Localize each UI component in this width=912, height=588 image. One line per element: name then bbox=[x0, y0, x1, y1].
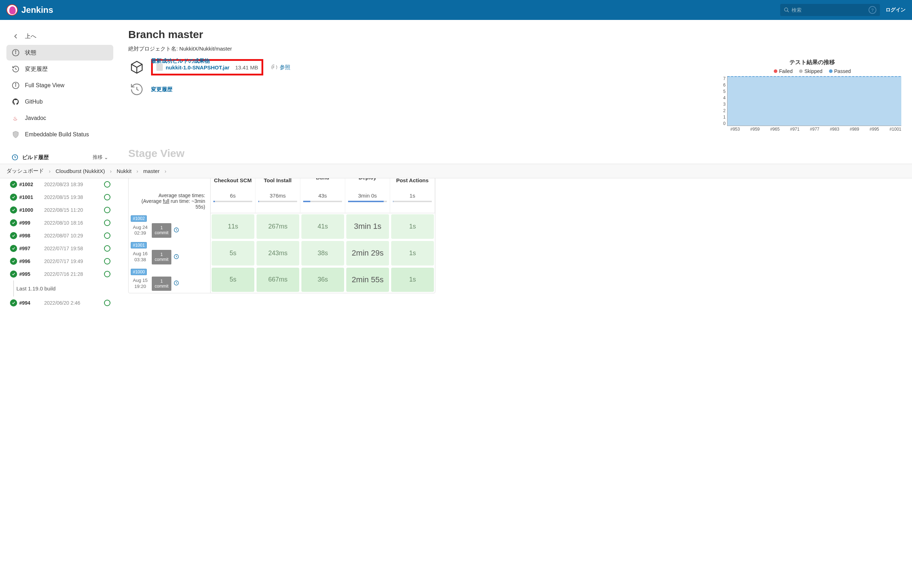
success-icon bbox=[10, 245, 17, 252]
build-badge[interactable]: #1000 bbox=[131, 269, 147, 275]
sidebar-item-embeddable-build-status[interactable]: Embeddable Build Status bbox=[6, 127, 113, 142]
stage-cell[interactable]: 1s bbox=[391, 268, 434, 292]
svg-line-1 bbox=[787, 11, 789, 12]
stage-cell[interactable]: 243ms bbox=[256, 241, 299, 265]
chart-title: テスト結果の推移 bbox=[723, 59, 901, 66]
console-icon[interactable] bbox=[104, 271, 110, 277]
build-row[interactable]: #9962022/07/17 19:49 bbox=[6, 255, 113, 268]
crumb-nukkit[interactable]: Nukkit bbox=[117, 168, 131, 174]
stage-cell[interactable]: 1s bbox=[391, 214, 434, 239]
build-row[interactable]: #10012022/08/15 19:38 bbox=[6, 191, 113, 204]
sidebar-item-full-stage-view[interactable]: Full Stage View bbox=[6, 78, 113, 93]
stage-cell[interactable]: 267ms bbox=[256, 214, 299, 239]
info-icon bbox=[11, 48, 20, 57]
build-badge[interactable]: #1001 bbox=[131, 242, 147, 249]
commit-count[interactable]: 1commit bbox=[152, 223, 171, 238]
history-icon bbox=[11, 65, 20, 73]
changes-icon[interactable] bbox=[173, 280, 179, 287]
sidebar-item-label: 変更履歴 bbox=[25, 66, 48, 73]
stage-cell[interactable]: 5s bbox=[212, 268, 254, 292]
stage-row-header[interactable]: #1000Aug 1519:201commit bbox=[129, 267, 211, 293]
stage-cell[interactable]: 5s bbox=[212, 241, 254, 265]
sidebar-item-github[interactable]: GitHub bbox=[6, 94, 113, 110]
stage-cell[interactable]: 11s bbox=[212, 214, 254, 239]
chart-legend: Failed Skipped Passed bbox=[723, 68, 901, 74]
build-run-date: Aug 1519:20 bbox=[131, 277, 150, 291]
package-icon bbox=[128, 59, 145, 76]
console-icon[interactable] bbox=[104, 258, 110, 265]
crumb-cloudburst[interactable]: Cloudburst (NukkitX) bbox=[55, 168, 105, 174]
stage-cell[interactable]: 1s bbox=[391, 241, 434, 265]
build-row[interactable]: #9942022/06/20 2:46 bbox=[6, 297, 113, 309]
logo[interactable]: Jenkins bbox=[6, 4, 53, 16]
sidebar-item-label: Full Stage View bbox=[25, 82, 65, 89]
changes-link[interactable]: 変更履歴 bbox=[151, 86, 172, 93]
console-icon[interactable] bbox=[104, 181, 110, 187]
stage-cell[interactable]: 2min 55s bbox=[346, 268, 389, 292]
stage-cell[interactable]: 667ms bbox=[256, 268, 299, 292]
changes-icon[interactable] bbox=[173, 254, 179, 260]
help-icon[interactable]: ? bbox=[868, 6, 876, 14]
build-number: #1000 bbox=[19, 207, 37, 213]
svg-text:♨: ♨ bbox=[13, 116, 18, 121]
sidebar-item-javadoc[interactable]: ♨Javadoc bbox=[6, 110, 113, 126]
commit-count[interactable]: 1commit bbox=[152, 276, 171, 291]
build-row[interactable]: #9952022/07/16 21:28 bbox=[6, 268, 113, 281]
console-icon[interactable] bbox=[104, 233, 110, 239]
sidebar-item-状態[interactable]: 状態 bbox=[6, 45, 113, 60]
crumb-master[interactable]: master bbox=[143, 168, 160, 174]
sidebar-item-上へ[interactable]: 上へ bbox=[6, 29, 113, 44]
stage-row-header[interactable]: #1001Aug 1603:381commit bbox=[129, 240, 211, 267]
commit-count[interactable]: 1commit bbox=[152, 250, 171, 265]
build-date: 2022/07/16 21:28 bbox=[44, 271, 83, 277]
build-date: 2022/06/20 2:46 bbox=[44, 300, 80, 306]
build-number: #999 bbox=[19, 220, 37, 226]
java-icon: ♨ bbox=[11, 114, 20, 123]
stage-cell[interactable]: 41s bbox=[301, 214, 344, 239]
success-icon bbox=[10, 299, 17, 307]
sidebar-item-変更履歴[interactable]: 変更履歴 bbox=[6, 61, 113, 77]
artifacts-heading: 最新成功ビルドの成果物 bbox=[151, 58, 210, 65]
build-number: #996 bbox=[19, 258, 37, 264]
stage-cell[interactable]: 36s bbox=[301, 268, 344, 292]
build-row[interactable]: #10022022/08/23 18:39 bbox=[6, 178, 113, 191]
jenkins-icon bbox=[6, 4, 18, 16]
last-build-label: Last 1.19.0 build bbox=[6, 281, 113, 297]
build-date: 2022/07/17 19:58 bbox=[44, 246, 83, 251]
search-input[interactable] bbox=[792, 7, 867, 13]
view-artifact-link[interactable]: 参照 bbox=[271, 64, 290, 71]
build-history-title: ビルド履歴 bbox=[22, 154, 49, 161]
console-icon[interactable] bbox=[104, 245, 110, 252]
stage-row-header[interactable]: #1002Aug 2402:391commit bbox=[129, 213, 211, 240]
search-box[interactable]: ? bbox=[780, 4, 880, 16]
build-row[interactable]: #9992022/08/10 18:16 bbox=[6, 216, 113, 229]
build-number: #1002 bbox=[19, 181, 37, 187]
chevron-right-icon: › bbox=[49, 168, 50, 174]
trend-link[interactable]: 推移 ⌄ bbox=[92, 154, 108, 160]
success-icon bbox=[10, 219, 17, 226]
stage-view-title: Stage View bbox=[128, 147, 901, 160]
svg-point-0 bbox=[784, 8, 788, 11]
build-number: #997 bbox=[19, 246, 37, 251]
console-icon[interactable] bbox=[104, 207, 110, 213]
info-icon bbox=[11, 81, 20, 90]
stage-cell[interactable]: 3min 1s bbox=[346, 214, 389, 239]
crumb-dashboard[interactable]: ダッシュボード bbox=[6, 168, 44, 174]
arrow-left-icon bbox=[11, 32, 20, 40]
console-icon[interactable] bbox=[104, 300, 110, 306]
build-row[interactable]: #9972022/07/17 19:58 bbox=[6, 242, 113, 255]
chart-plot-area[interactable] bbox=[727, 76, 901, 126]
success-icon bbox=[10, 207, 17, 213]
console-icon[interactable] bbox=[104, 220, 110, 226]
svg-point-7 bbox=[15, 84, 16, 84]
changes-icon[interactable] bbox=[173, 227, 179, 234]
console-icon[interactable] bbox=[104, 194, 110, 200]
build-badge[interactable]: #1002 bbox=[131, 215, 147, 222]
stage-cell[interactable]: 38s bbox=[301, 241, 344, 265]
login-link[interactable]: ログイン bbox=[886, 7, 906, 13]
build-row[interactable]: #10002022/08/15 11:20 bbox=[6, 204, 113, 216]
stage-cell[interactable]: 2min 29s bbox=[346, 241, 389, 265]
sidebar-item-label: 上へ bbox=[25, 33, 36, 40]
top-header: Jenkins ? ログイン bbox=[0, 0, 912, 20]
build-row[interactable]: #9982022/08/07 10:29 bbox=[6, 229, 113, 242]
